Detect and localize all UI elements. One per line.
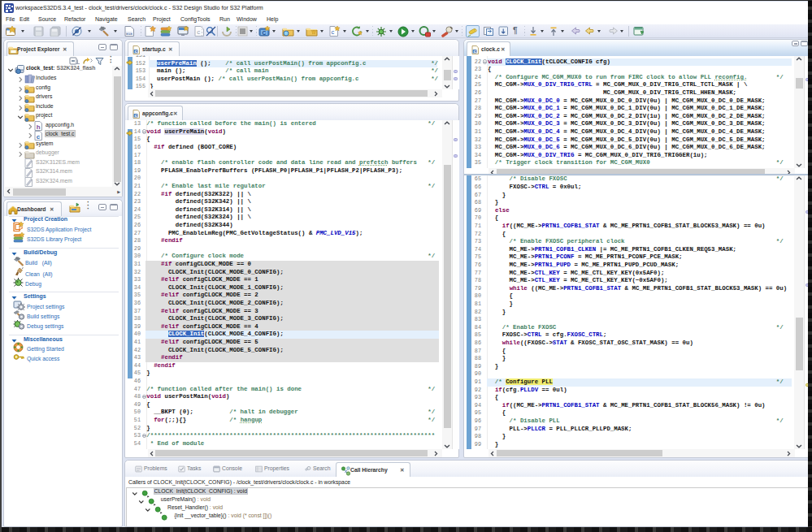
svg-text:c: c bbox=[474, 49, 476, 54]
svg-text:h: h bbox=[37, 123, 41, 131]
svg-text:c: c bbox=[332, 28, 335, 36]
svg-text:c: c bbox=[135, 49, 137, 54]
svg-text:010: 010 bbox=[126, 32, 132, 36]
svg-text:c: c bbox=[37, 132, 41, 140]
svg-text:c: c bbox=[197, 28, 200, 36]
svg-text:c: c bbox=[135, 113, 137, 118]
